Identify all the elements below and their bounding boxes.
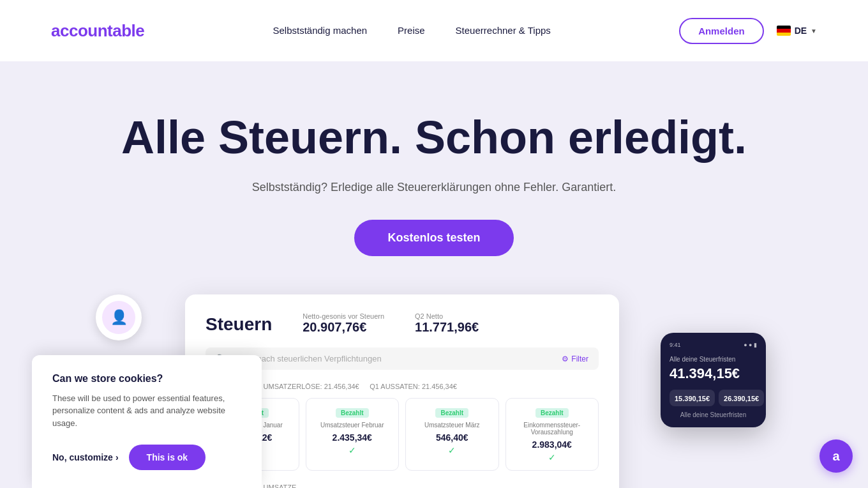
fab-button[interactable]: a bbox=[819, 439, 853, 473]
nav-item-steuerrechner[interactable]: Steuerrechner & Tipps bbox=[456, 25, 551, 36]
mobile-amount: 41.394,15€ bbox=[670, 365, 757, 382]
logo-text-part1: account bbox=[51, 21, 112, 40]
quarter1-meta1: Q1 UMSATZERLÖSE: 21.456,34€ bbox=[252, 383, 359, 390]
checkmark-1: ✓ bbox=[314, 445, 391, 455]
stat2-label: Q2 Netto bbox=[415, 312, 479, 320]
dashboard-title: Steuern bbox=[206, 314, 272, 335]
tax-amount-3: 2.983,04€ bbox=[514, 439, 591, 450]
flag-icon bbox=[777, 26, 791, 36]
navbar: accountable Selbstständig machen Preise … bbox=[0, 0, 868, 61]
stat2-value: 11.771,96€ bbox=[415, 320, 479, 335]
avatar-inner: 👤 bbox=[102, 301, 135, 334]
tax-amount-2: 546,40€ bbox=[414, 432, 491, 443]
checkmark-3: ✓ bbox=[514, 452, 591, 462]
dashboard-header: Steuern Netto-gesonis vor Steuern 20.907… bbox=[206, 312, 599, 335]
stat1-value: 20.907,76€ bbox=[303, 320, 384, 335]
mobile-stat-1: 15.390,15€ bbox=[670, 390, 715, 406]
checkmark-2: ✓ bbox=[414, 445, 491, 455]
filter-icon: ⚙ bbox=[562, 355, 569, 363]
mobile-app-card: 9:41 ● ● ▮ Alle deine Steuerfristen 41.3… bbox=[661, 333, 766, 427]
nav-item-selbststaendig[interactable]: Selbstständig machen bbox=[273, 25, 367, 36]
search-bar[interactable]: 🔍 Suche nach steuerlichen Verpflichtunge… bbox=[206, 347, 599, 370]
lang-code: DE bbox=[795, 26, 807, 36]
mobile-footer-text: Alle deine Steuerfristen bbox=[670, 411, 757, 418]
tax-badge-1: Bezahlt bbox=[336, 408, 369, 418]
chevron-right-icon: › bbox=[116, 452, 119, 462]
cookie-actions: No, customize › This is ok bbox=[52, 445, 241, 470]
avatar: 👤 bbox=[96, 294, 142, 340]
logo-text-part2: able bbox=[112, 21, 144, 40]
tax-card-2: Bezahlt Umsatzsteuer März 546,40€ ✓ bbox=[405, 398, 499, 471]
stat1-label: Netto-gesonis vor Steuern bbox=[303, 312, 384, 320]
cta-button[interactable]: Kostenlos testen bbox=[354, 220, 513, 256]
nav-item-preise[interactable]: Preise bbox=[398, 25, 425, 36]
tax-name-3: Einkommenssteuer-Vorauszahlung bbox=[514, 422, 591, 436]
fab-label: a bbox=[832, 449, 839, 464]
mobile-icons: ● ● ▮ bbox=[744, 342, 757, 348]
hero-subtext: Selbstständig? Erledige alle Steuererklä… bbox=[13, 181, 855, 194]
cookie-banner: Can we store cookies? These will be used… bbox=[32, 355, 262, 489]
brand-logo[interactable]: accountable bbox=[51, 21, 144, 41]
mobile-stat1-value: 15.390,15€ bbox=[675, 395, 710, 402]
nav-links: Selbstständig machen Preise Steuerrechne… bbox=[273, 25, 550, 36]
mobile-time: 9:41 bbox=[670, 342, 681, 348]
mobile-card-title: Alle deine Steuerfristen bbox=[670, 356, 757, 363]
mobile-stat-2: 26.390,15€ bbox=[719, 390, 764, 406]
cookie-no-label: No, customize bbox=[52, 452, 113, 462]
tax-amount-1: 2.435,34€ bbox=[314, 432, 391, 443]
quarter2-row: Quartal 2 Q2 UMSATZE... bbox=[206, 481, 599, 488]
stat-group-1: Netto-gesonis vor Steuern 20.907,76€ bbox=[303, 312, 384, 335]
tax-name-1: Umsatzsteuer Februar bbox=[314, 422, 391, 429]
tax-cards: Bezahlt Umsatzsteuer Januar 4.320,12€ ✓ … bbox=[206, 398, 599, 471]
quarter1-row: Quartal 1 Q1 UMSATZERLÖSE: 21.456,34€ Q1… bbox=[206, 380, 599, 392]
mobile-stats-row: 15.390,15€ 26.390,15€ bbox=[670, 390, 757, 406]
cookie-title: Can we store cookies? bbox=[52, 373, 241, 385]
hero-headline: Alle Steuern. Schon erledigt. bbox=[13, 112, 855, 163]
tax-badge-2: Bezahlt bbox=[435, 408, 468, 418]
login-button[interactable]: Anmelden bbox=[679, 18, 764, 44]
cookie-text: These will be used to power essential fe… bbox=[52, 392, 241, 430]
tax-card-1: Bezahlt Umsatzsteuer Februar 2.435,34€ ✓ bbox=[306, 398, 400, 471]
filter-button[interactable]: ⚙ Filter bbox=[562, 355, 588, 363]
hero-section: Alle Steuern. Schon erledigt. Selbststän… bbox=[0, 61, 868, 256]
filter-label: Filter bbox=[571, 355, 588, 363]
mobile-stat2-value: 26.390,15€ bbox=[724, 395, 759, 402]
stat-group-2: Q2 Netto 11.771,96€ bbox=[415, 312, 479, 335]
tax-name-2: Umsatzsteuer März bbox=[414, 422, 491, 429]
tax-badge-3: Bezahlt bbox=[535, 408, 569, 418]
cookie-ok-button[interactable]: This is ok bbox=[129, 445, 206, 470]
quarter1-meta2: Q1 AUSSATEN: 21.456,34€ bbox=[370, 383, 457, 390]
nav-right: Anmelden DE ▼ bbox=[679, 18, 817, 44]
chevron-down-icon: ▼ bbox=[811, 27, 817, 34]
tax-card-3: Bezahlt Einkommenssteuer-Vorauszahlung 2… bbox=[505, 398, 599, 471]
cookie-no-button[interactable]: No, customize › bbox=[52, 452, 119, 462]
language-selector[interactable]: DE ▼ bbox=[777, 26, 817, 36]
mobile-status-bar: 9:41 ● ● ▮ bbox=[670, 342, 757, 348]
